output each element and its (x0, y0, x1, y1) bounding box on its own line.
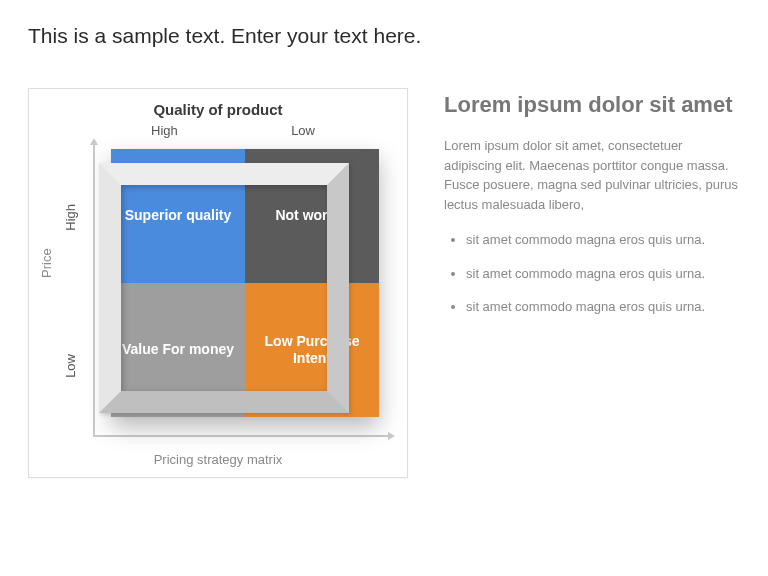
chart-top-axis-title: Quality of product (29, 101, 407, 118)
col-label-low: Low (291, 123, 315, 138)
quadrant-high-price-low-quality: Not worthy (245, 149, 379, 283)
list-item: sit amet commodo magna eros quis urna. (466, 230, 740, 250)
section-paragraph: Lorem ipsum dolor sit amet, consectetuer… (444, 136, 740, 214)
content-row: Quality of product High Low Price High L… (28, 88, 740, 478)
y-axis-title: Price (39, 89, 54, 437)
section-heading: Lorem ipsum dolor sit amet (444, 92, 740, 118)
page: This is a sample text. Enter your text h… (0, 0, 768, 576)
quadrant-label: Low Purchase Intent (253, 333, 371, 368)
sample-text: This is a sample text. Enter your text h… (28, 24, 740, 48)
x-axis-title: Pricing strategy matrix (29, 452, 407, 467)
quadrant-label: Superior quality (125, 207, 232, 225)
y-axis-line (93, 144, 95, 435)
list-item: sit amet commodo magna eros quis urna. (466, 297, 740, 317)
quadrant-label: Not worthy (275, 207, 348, 225)
quadrant-low-price-high-quality: Value For money (111, 283, 245, 417)
col-label-high: High (151, 123, 178, 138)
row-label-low: Low (63, 354, 77, 378)
quadrant-high-price-high-quality: Superior quality (111, 149, 245, 283)
chart-panel: Quality of product High Low Price High L… (28, 88, 408, 478)
quadrant-label: Value For money (122, 341, 234, 359)
row-label-high: High (63, 204, 77, 231)
bullet-list: sit amet commodo magna eros quis urna. s… (444, 230, 740, 317)
quadrant-low-price-low-quality: Low Purchase Intent (245, 283, 379, 417)
list-item: sit amet commodo magna eros quis urna. (466, 264, 740, 284)
x-axis-line (93, 435, 389, 437)
text-column: Lorem ipsum dolor sit amet Lorem ipsum d… (444, 88, 740, 478)
matrix-quadrants: Superior quality Not worthy Value For mo… (111, 149, 379, 417)
